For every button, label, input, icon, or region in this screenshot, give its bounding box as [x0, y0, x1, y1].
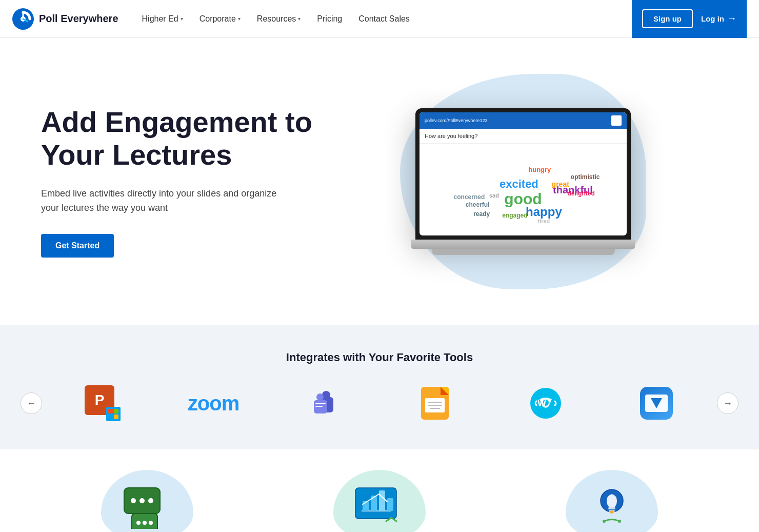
laptop-illustration: pollev.com/PollEverywhere123 How are you… [415, 108, 631, 255]
svg-rect-22 [371, 496, 377, 511]
word-cloud-word: delighted [567, 190, 594, 196]
word-cloud-word: happy [526, 206, 562, 218]
svg-point-30 [618, 520, 621, 523]
nav-cta-area: Sign up Log in → [632, 0, 747, 38]
brand-logo[interactable]: Poll Everywhere [12, 8, 118, 30]
screen-topbar: pollev.com/PollEverywhere123 [420, 112, 627, 129]
brand-name: Poll Everywhere [39, 13, 118, 25]
screen-question: How are you feeling? [420, 129, 627, 144]
chat-icon [119, 483, 175, 529]
integration-google-slides [394, 383, 476, 424]
hero-subtitle: Embed live activities directly into your… [41, 186, 287, 216]
brand-logo-icon [12, 8, 34, 30]
word-cloud-word: excited [500, 179, 538, 190]
powerpoint-icon: P [85, 385, 121, 421]
hero-content: Add Engagement to Your Lectures Embed li… [41, 106, 328, 258]
word-cloud-word: optimistic [571, 174, 600, 180]
navbar: Poll Everywhere Higher Ed ▾ Corporate ▾ … [0, 0, 759, 38]
chevron-down-icon: ▾ [181, 16, 183, 22]
integration-items: P zoom [42, 383, 717, 424]
nav-links: Higher Ed ▾ Corporate ▾ Resources ▾ Pric… [135, 10, 632, 28]
laptop-screen-inner: pollev.com/PollEverywhere123 How are you… [420, 112, 627, 235]
word-cloud-word: sad [489, 192, 499, 198]
feature-card-chat [41, 470, 253, 532]
svg-rect-7 [315, 406, 323, 407]
teams-icon [308, 387, 341, 420]
svg-point-13 [139, 498, 145, 503]
login-button[interactable]: Log in → [701, 13, 736, 24]
chevron-down-icon: ▾ [298, 16, 301, 22]
integrations-carousel: ← P zoom [21, 383, 738, 424]
feature-blob-chart [333, 470, 426, 532]
feature-cards [41, 470, 718, 532]
webex-icon: W [529, 387, 562, 420]
nav-higher-ed[interactable]: Higher Ed ▾ [135, 10, 190, 28]
integration-keynote [615, 383, 697, 424]
svg-point-14 [148, 498, 153, 503]
google-slides-icon [421, 387, 449, 420]
lightbulb-icon [584, 483, 640, 529]
nav-pricing[interactable]: Pricing [310, 10, 349, 28]
nav-corporate[interactable]: Corporate ▾ [192, 10, 248, 28]
word-cloud-word: great [552, 181, 569, 188]
integration-webex: W [505, 383, 587, 424]
chart-icon [351, 483, 408, 529]
svg-point-12 [131, 498, 136, 503]
word-cloud: excitedgoodthankfulhappygreatoptimisticd… [420, 144, 627, 235]
word-cloud-word: concerned [454, 194, 485, 200]
keynote-icon [640, 387, 673, 420]
arrow-right-icon: → [727, 13, 736, 24]
integrations-section: Integrates with Your Favorite Tools ← P [0, 325, 759, 449]
laptop-foot [432, 249, 615, 255]
word-cloud-word: tired [537, 219, 550, 224]
hero-illustration: pollev.com/PollEverywhere123 How are you… [328, 108, 718, 255]
nav-contact-sales[interactable]: Contact Sales [351, 10, 417, 28]
signup-button[interactable]: Sign up [642, 9, 693, 28]
svg-point-28 [610, 510, 613, 514]
feature-card-idea [506, 470, 718, 532]
feature-blob-chat [101, 470, 193, 532]
svg-point-5 [316, 393, 324, 401]
word-cloud-word: ready [473, 211, 490, 217]
word-cloud-word: cheerful [466, 202, 490, 208]
svg-point-17 [143, 521, 147, 525]
laptop-screen-outer: pollev.com/PollEverywhere123 How are you… [415, 108, 631, 240]
features-section [0, 449, 759, 532]
hero-section: Add Engagement to Your Lectures Embed li… [0, 38, 759, 325]
carousel-prev-button[interactable]: ← [21, 392, 42, 414]
svg-point-18 [149, 521, 153, 525]
feature-card-chart [273, 470, 485, 532]
integration-teams [283, 383, 365, 424]
word-cloud-word: engaged [502, 212, 527, 219]
integration-zoom: zoom [172, 383, 254, 424]
integrations-title: Integrates with Your Favorite Tools [21, 351, 738, 364]
integration-powerpoint: P [62, 383, 144, 424]
svg-rect-24 [387, 498, 393, 511]
svg-point-29 [603, 520, 606, 523]
hero-title: Add Engagement to Your Lectures [41, 106, 328, 172]
nav-resources[interactable]: Resources ▾ [250, 10, 308, 28]
qr-code-icon [611, 115, 622, 126]
chevron-down-icon: ▾ [238, 16, 241, 22]
svg-point-16 [136, 521, 141, 525]
svg-rect-6 [315, 403, 326, 404]
svg-rect-26 [608, 507, 615, 509]
screen-url: pollev.com/PollEverywhere123 [425, 118, 487, 123]
windows-badge-icon [106, 407, 121, 421]
get-started-button[interactable]: Get Started [41, 234, 114, 258]
word-cloud-word: hungry [528, 166, 551, 173]
zoom-icon: zoom [188, 392, 239, 415]
carousel-next-button[interactable]: → [717, 392, 738, 414]
svg-text:W: W [537, 398, 546, 408]
laptop-base [411, 240, 635, 249]
feature-blob-idea [566, 470, 658, 532]
svg-rect-23 [379, 490, 385, 511]
